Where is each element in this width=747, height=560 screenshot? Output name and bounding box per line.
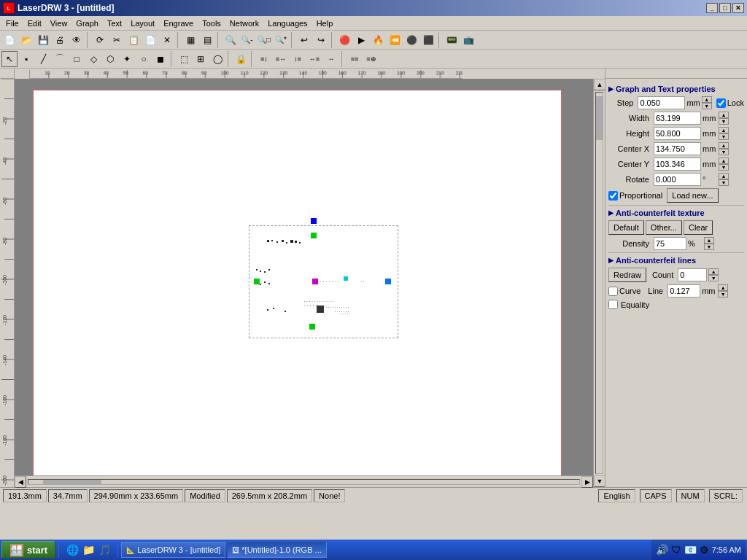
- tb-open[interactable]: 📂: [18, 32, 34, 48]
- menu-layout[interactable]: Layout: [126, 18, 159, 29]
- tb-diamond[interactable]: ◇: [85, 51, 101, 67]
- maximize-button[interactable]: □: [719, 3, 731, 13]
- tb-polygon[interactable]: ⬡: [102, 51, 118, 67]
- redraw-button[interactable]: Redraw: [608, 268, 646, 282]
- line-up[interactable]: ▲: [718, 284, 728, 291]
- minimize-button[interactable]: _: [706, 3, 718, 13]
- count-up[interactable]: ▲: [708, 268, 719, 275]
- tb-line[interactable]: ╱: [35, 51, 51, 67]
- menu-help[interactable]: Help: [312, 18, 338, 29]
- default-button[interactable]: Default: [608, 220, 644, 235]
- tb-dist4[interactable]: ↔≡: [306, 51, 322, 67]
- density-input[interactable]: [654, 237, 686, 250]
- menu-network[interactable]: Network: [225, 18, 263, 29]
- tb-lock[interactable]: 🔒: [233, 51, 249, 67]
- proportional-checkbox[interactable]: [608, 191, 618, 201]
- rotate-down[interactable]: ▼: [719, 179, 729, 186]
- tb-rect[interactable]: □: [69, 51, 85, 67]
- menu-tools[interactable]: Tools: [198, 18, 225, 29]
- line-down[interactable]: ▼: [718, 291, 728, 298]
- menu-view[interactable]: View: [46, 18, 72, 29]
- tb-undo[interactable]: ↩: [296, 32, 312, 48]
- tb-zoom-all[interactable]: 🔍*: [273, 32, 289, 48]
- start-button[interactable]: 🪟 start: [1, 541, 55, 559]
- tb-laser3[interactable]: 🔥: [370, 32, 386, 48]
- tb-paste[interactable]: 📄: [142, 32, 158, 48]
- tb-dist5[interactable]: ↔: [323, 51, 339, 67]
- density-up[interactable]: ▲: [704, 237, 714, 244]
- centerx-input[interactable]: [654, 142, 701, 155]
- tb-more2[interactable]: ≡⊕: [363, 51, 379, 67]
- other-button[interactable]: Other...: [646, 220, 682, 235]
- tb-extra1[interactable]: 📟: [444, 32, 460, 48]
- tb-new[interactable]: 📄: [1, 32, 18, 48]
- line-input[interactable]: [667, 284, 700, 298]
- count-down[interactable]: ▼: [708, 275, 719, 281]
- menu-engrave[interactable]: Engrave: [159, 18, 198, 29]
- tb-dist3[interactable]: ↕≡: [290, 51, 306, 67]
- scroll-right-btn[interactable]: ▶: [581, 476, 593, 488]
- tb-snap[interactable]: ▤: [199, 32, 215, 48]
- ie-icon[interactable]: 🌐: [65, 542, 80, 557]
- hscrollbar[interactable]: ◀ ▶: [15, 475, 593, 487]
- tb-laser5[interactable]: ⚫: [403, 32, 419, 48]
- tray-icon1[interactable]: 🔊: [656, 544, 668, 556]
- menu-edit[interactable]: Edit: [23, 18, 46, 29]
- tb-laser2[interactable]: ▶: [353, 32, 369, 48]
- menu-languages[interactable]: Languages: [263, 18, 311, 29]
- tb-align3[interactable]: ◯: [209, 51, 225, 67]
- tb-laser6[interactable]: ⬛: [420, 32, 436, 48]
- vscroll-track[interactable]: [595, 92, 603, 474]
- canvas-area[interactable]: ....... .. ............ ........ .......…: [15, 79, 593, 475]
- scroll-up-btn[interactable]: ▲: [594, 79, 605, 90]
- tb-more1[interactable]: ≡≡: [347, 51, 363, 67]
- tb-point[interactable]: ▪: [18, 51, 34, 67]
- tb-dist1[interactable]: ≡↕: [256, 51, 272, 67]
- tb-preview[interactable]: 👁: [69, 32, 85, 48]
- step-down[interactable]: ▼: [702, 103, 712, 109]
- tb-fill[interactable]: ◼: [152, 51, 169, 67]
- menu-text[interactable]: Text: [103, 18, 126, 29]
- tb-ellipse[interactable]: ○: [136, 51, 152, 67]
- tb-cut[interactable]: ✂: [109, 32, 125, 48]
- tray-icon2[interactable]: 🛡: [671, 544, 681, 556]
- tb-redo[interactable]: ↪: [313, 32, 329, 48]
- taskbar-app-laserdraw[interactable]: 📐 LaserDRW 3 - [untitled]: [121, 542, 225, 558]
- density-down[interactable]: ▼: [704, 244, 714, 250]
- hscroll-track[interactable]: [28, 479, 580, 485]
- centery-down[interactable]: ▼: [719, 164, 729, 171]
- tb-align2[interactable]: ⊞: [193, 51, 209, 67]
- width-input[interactable]: [654, 112, 701, 125]
- count-input[interactable]: [678, 268, 707, 281]
- vscroll-thumb[interactable]: [596, 96, 603, 140]
- tray-icon3[interactable]: 📧: [684, 544, 697, 556]
- tb-extra2[interactable]: 📺: [460, 32, 476, 48]
- scroll-left-btn[interactable]: ◀: [15, 476, 26, 488]
- lock-checkbox[interactable]: [716, 98, 726, 108]
- tb-laser1[interactable]: 🔴: [336, 32, 352, 48]
- tb-laser4[interactable]: ⏪: [387, 32, 403, 48]
- load-new-button[interactable]: Load new...: [667, 188, 718, 203]
- tb-zoom-fit[interactable]: 🔍□: [256, 32, 272, 48]
- media-icon[interactable]: 🎵: [97, 542, 112, 557]
- tb-print[interactable]: 🖨: [52, 32, 68, 48]
- height-down[interactable]: ▼: [719, 133, 729, 140]
- curve-checkbox[interactable]: [608, 287, 618, 296]
- tb-delete[interactable]: ✕: [159, 32, 175, 48]
- step-input[interactable]: [638, 96, 685, 109]
- menu-file[interactable]: File: [1, 18, 23, 29]
- scroll-down-btn[interactable]: ▼: [594, 475, 605, 487]
- centery-input[interactable]: [654, 158, 701, 171]
- tb-copy[interactable]: 📋: [125, 32, 142, 48]
- height-input[interactable]: [654, 127, 701, 140]
- tb-curve[interactable]: ⌒: [52, 51, 68, 67]
- menu-graph[interactable]: Graph: [71, 18, 103, 29]
- centery-up[interactable]: ▲: [719, 158, 729, 164]
- tb-dist2[interactable]: ≡↔: [273, 51, 289, 67]
- close-button[interactable]: ✕: [732, 3, 744, 13]
- step-up[interactable]: ▲: [702, 96, 712, 103]
- hscroll-thumb[interactable]: [43, 480, 101, 484]
- equality-checkbox[interactable]: [608, 300, 618, 309]
- tb-refresh[interactable]: ⟳: [92, 32, 108, 48]
- tray-icon4[interactable]: ⚙: [700, 544, 709, 556]
